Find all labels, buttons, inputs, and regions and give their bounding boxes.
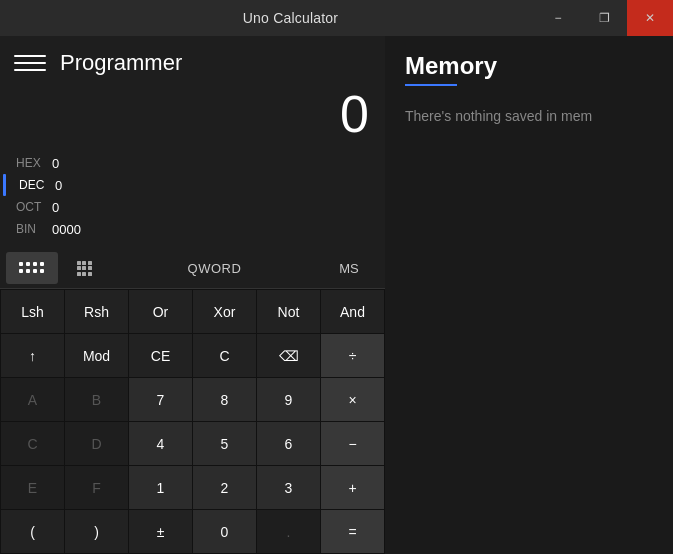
number-display: 0 xyxy=(0,88,385,148)
bit-grid-icon xyxy=(77,261,92,276)
calc-btn-4-20[interactable]: 4 xyxy=(129,422,192,465)
base-value-dec: 0 xyxy=(55,178,62,193)
bit-view-grid-button[interactable] xyxy=(58,252,110,284)
calc-buttons: LshRshOrXorNotAnd↑ModCEC⌫÷AB789×CD456−EF… xyxy=(0,289,385,554)
calc-btn-_-30[interactable]: ( xyxy=(1,510,64,553)
calc-btn-mod-7[interactable]: Mod xyxy=(65,334,128,377)
calc-btn-d-19: D xyxy=(65,422,128,465)
calc-btn-_-29[interactable]: + xyxy=(321,466,384,509)
right-panel: Memory There's nothing saved in mem xyxy=(385,36,673,554)
hamburger-line xyxy=(14,55,46,57)
controls-row: QWORD MS xyxy=(0,248,385,289)
base-value-oct: 0 xyxy=(52,200,59,215)
base-label-hex: HEX xyxy=(16,156,52,170)
minimize-button[interactable]: − xyxy=(535,0,581,36)
calc-btn-_-10[interactable]: ⌫ xyxy=(257,334,320,377)
maximize-button[interactable]: ❐ xyxy=(581,0,627,36)
bit-view-dots-button[interactable] xyxy=(6,252,58,284)
calc-btn-3-28[interactable]: 3 xyxy=(257,466,320,509)
base-row-dec[interactable]: DEC 0 xyxy=(16,174,369,196)
calc-btn-_-31[interactable]: ) xyxy=(65,510,128,553)
calc-btn-5-21[interactable]: 5 xyxy=(193,422,256,465)
calc-btn-c-9[interactable]: C xyxy=(193,334,256,377)
calc-btn-or-2[interactable]: Or xyxy=(129,290,192,333)
ms-button[interactable]: MS xyxy=(319,252,379,284)
left-panel: Programmer 0 HEX 0 DEC 0 OCT 0 xyxy=(0,36,385,554)
base-label-oct: OCT xyxy=(16,200,52,214)
calc-btn-_-23[interactable]: − xyxy=(321,422,384,465)
calc-btn-6-22[interactable]: 6 xyxy=(257,422,320,465)
calc-btn-2-27[interactable]: 2 xyxy=(193,466,256,509)
calc-btn-and-5[interactable]: And xyxy=(321,290,384,333)
display-value: 0 xyxy=(340,88,369,140)
bit-dots-icon xyxy=(19,262,45,274)
calc-btn-rsh-1[interactable]: Rsh xyxy=(65,290,128,333)
calc-btn-e-24: E xyxy=(1,466,64,509)
calc-btn-not-4[interactable]: Not xyxy=(257,290,320,333)
memory-underline xyxy=(405,84,457,86)
calc-btn-lsh-0[interactable]: Lsh xyxy=(1,290,64,333)
calc-btn-a-12: A xyxy=(1,378,64,421)
calc-btn-ce-8[interactable]: CE xyxy=(129,334,192,377)
main-layout: Programmer 0 HEX 0 DEC 0 OCT 0 xyxy=(0,36,673,554)
calc-btn-xor-3[interactable]: Xor xyxy=(193,290,256,333)
programmer-title: Programmer xyxy=(60,50,182,76)
base-label-bin: BIN xyxy=(16,222,52,236)
calc-btn-_-6[interactable]: ↑ xyxy=(1,334,64,377)
hamburger-button[interactable] xyxy=(14,47,46,79)
calc-btn-_-17[interactable]: × xyxy=(321,378,384,421)
bases-section: HEX 0 DEC 0 OCT 0 BIN 0000 xyxy=(0,148,385,248)
calc-btn-8-15[interactable]: 8 xyxy=(193,378,256,421)
calc-btn-c-18: C xyxy=(1,422,64,465)
calc-btn-1-26[interactable]: 1 xyxy=(129,466,192,509)
calc-btn-0-33[interactable]: 0 xyxy=(193,510,256,553)
calc-btn-_-32[interactable]: ± xyxy=(129,510,192,553)
base-row-bin[interactable]: BIN 0000 xyxy=(16,218,369,240)
base-value-hex: 0 xyxy=(52,156,59,171)
hamburger-line xyxy=(14,69,46,71)
calc-btn-b-13: B xyxy=(65,378,128,421)
base-row-hex[interactable]: HEX 0 xyxy=(16,152,369,174)
memory-empty-text: There's nothing saved in mem xyxy=(405,106,653,127)
memory-title: Memory xyxy=(405,52,653,80)
app-title: Uno Calculator xyxy=(46,10,535,26)
calc-btn-7-14[interactable]: 7 xyxy=(129,378,192,421)
calc-btn-f-25: F xyxy=(65,466,128,509)
close-button[interactable]: ✕ xyxy=(627,0,673,36)
word-size-button[interactable]: QWORD xyxy=(110,252,319,284)
base-row-oct[interactable]: OCT 0 xyxy=(16,196,369,218)
base-value-bin: 0000 xyxy=(52,222,81,237)
hamburger-line xyxy=(14,62,46,64)
titlebar: Uno Calculator − ❐ ✕ xyxy=(0,0,673,36)
titlebar-controls: − ❐ ✕ xyxy=(535,0,673,36)
base-label-dec: DEC xyxy=(19,178,55,192)
calc-btn-_-11[interactable]: ÷ xyxy=(321,334,384,377)
calc-btn-_-35[interactable]: = xyxy=(321,510,384,553)
header-row: Programmer xyxy=(0,36,385,88)
active-indicator xyxy=(3,174,6,196)
calc-btn-9-16[interactable]: 9 xyxy=(257,378,320,421)
calc-btn-_-34: . xyxy=(257,510,320,553)
